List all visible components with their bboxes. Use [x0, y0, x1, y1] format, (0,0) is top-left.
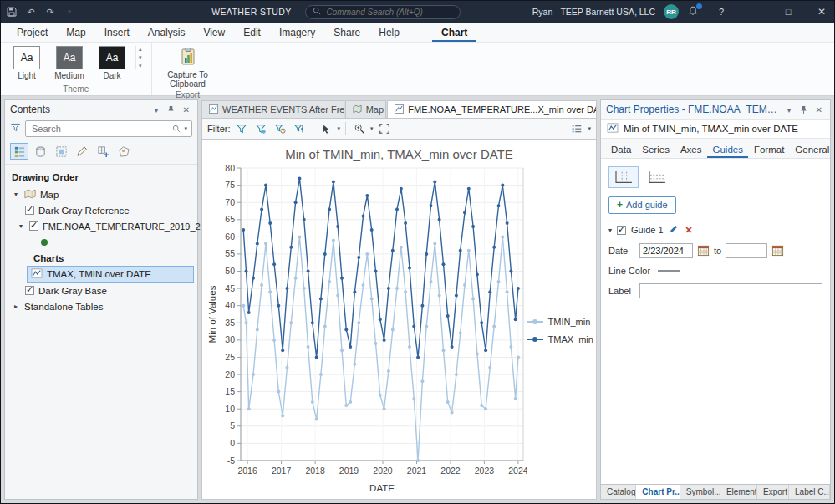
tree-item-dark-gray-base[interactable]: Dark Gray Base [5, 283, 197, 298]
filter-funnel-icon[interactable] [10, 121, 21, 136]
ribbon-tab-project[interactable]: Project [8, 24, 57, 42]
ribbon-tab-edit[interactable]: Edit [234, 24, 270, 42]
dock-tab-catalog[interactable]: Catalog [601, 485, 636, 499]
properties-close-icon[interactable]: ✕ [813, 105, 825, 115]
tree-item-map[interactable]: ▾ Map [5, 186, 197, 202]
theme-gallery-expand-button[interactable]: ▴▾▾ [135, 46, 145, 69]
ribbon-tab-analysis[interactable]: Analysis [139, 24, 195, 42]
contents-pin-icon[interactable] [165, 105, 177, 115]
horizontal-guide-type-button[interactable] [642, 166, 672, 188]
collapsed-expander-icon[interactable]: ▸ [12, 303, 20, 310]
expander-icon[interactable]: ▾ [12, 191, 20, 198]
properties-tab-axes[interactable]: Axes [675, 143, 707, 158]
tree-item-fme-layer[interactable]: ▾ FME.NOAA_TEMPERATURE_2019_2024 [5, 218, 197, 234]
theme-medium-button[interactable]: Aa Medium [50, 46, 89, 80]
maximize-button[interactable]: □ [776, 1, 801, 23]
guide-date-to-input[interactable] [726, 243, 767, 258]
guide-date-from-input[interactable] [639, 243, 693, 258]
expander-icon[interactable]: ▾ [17, 222, 25, 230]
filter-by-extent-icon[interactable] [233, 120, 250, 137]
point-symbol-swatch[interactable] [41, 239, 48, 246]
contents-search-input[interactable] [30, 123, 169, 135]
ribbon-tab-chart-active[interactable]: Chart [432, 24, 476, 42]
guide-label-input[interactable] [639, 283, 822, 298]
list-dropdown-chevron-icon[interactable]: ▾ [588, 125, 591, 132]
theme-light-button[interactable]: Aa Light [8, 46, 46, 80]
capture-to-clipboard-button[interactable]: Capture To Clipboard [159, 46, 217, 89]
command-search[interactable] [305, 5, 461, 19]
view-tab-map[interactable]: Map [345, 100, 387, 118]
delete-guide-icon[interactable]: ✕ [685, 225, 693, 236]
properties-chevron-down-icon[interactable]: ▾ [785, 105, 794, 115]
tree-item-symbol[interactable] [5, 234, 197, 250]
customize-toolbar-chevron-icon[interactable]: ▾ [64, 6, 75, 18]
legend-item-tmin[interactable]: TMIN_min [527, 317, 596, 327]
zoom-in-icon[interactable] [351, 120, 368, 137]
help-button[interactable]: ? [709, 1, 734, 23]
filter-by-range-icon[interactable] [291, 120, 308, 137]
calendar-icon[interactable] [771, 244, 784, 258]
view-tab-chart-active[interactable]: FME.NOAA_TEMPERATURE...X_min over DATE ✕ [387, 100, 597, 118]
properties-tab-format[interactable]: Format [749, 143, 789, 158]
list-by-data-source-icon[interactable] [31, 143, 49, 160]
contents-search-box[interactable]: ▾ [25, 120, 192, 137]
signed-in-user[interactable]: Ryan - TEEP Barnett USA, LLC [532, 7, 655, 17]
layer-checkbox[interactable] [25, 206, 34, 215]
notifications-bell-icon[interactable] [687, 5, 700, 18]
save-icon[interactable] [6, 6, 18, 18]
filter-by-time-icon[interactable] [272, 120, 288, 137]
vertical-guide-type-button[interactable] [608, 166, 639, 188]
layer-checkbox[interactable] [25, 286, 34, 295]
line-color-swatch[interactable] [658, 270, 680, 272]
list-by-drawing-order-icon[interactable] [10, 143, 28, 160]
ribbon-tab-map[interactable]: Map [57, 24, 94, 42]
close-button[interactable]: ✕ [809, 1, 834, 23]
avatar[interactable]: RR [664, 4, 679, 19]
list-by-selection-icon[interactable] [52, 143, 70, 160]
zoom-dropdown-chevron-icon[interactable]: ▾ [370, 125, 374, 132]
properties-pin-icon[interactable] [797, 105, 810, 115]
calendar-icon[interactable] [697, 244, 710, 258]
contents-chevron-down-icon[interactable]: ▾ [152, 105, 161, 115]
select-pointer-icon[interactable] [318, 120, 335, 137]
properties-tab-data[interactable]: Data [606, 143, 636, 158]
redo-icon[interactable]: ↷ [44, 6, 56, 18]
list-by-labeling-icon[interactable] [94, 143, 112, 160]
theme-dark-button[interactable]: Aa Dark [93, 46, 131, 80]
command-search-input[interactable] [325, 7, 453, 18]
filter-by-selection-icon[interactable] [252, 120, 269, 137]
legend-item-tmax[interactable]: TMAX_min [527, 334, 596, 344]
undo-icon[interactable]: ↶ [25, 6, 37, 18]
contents-close-icon[interactable]: ✕ [181, 105, 192, 115]
guide-enabled-checkbox[interactable] [617, 226, 626, 235]
edit-guide-pencil-icon[interactable] [669, 224, 679, 236]
ribbon-tab-view[interactable]: View [194, 24, 234, 42]
view-tab-weather-events[interactable]: WEATHER EVENTS After Freeze [201, 100, 344, 118]
dock-tab-element[interactable]: Element [720, 485, 757, 499]
properties-tab-guides-active[interactable]: Guides [707, 143, 747, 158]
guide-expander-icon[interactable]: ▾ [608, 227, 612, 234]
properties-tab-general[interactable]: General [790, 143, 834, 158]
properties-tab-series[interactable]: Series [637, 143, 675, 158]
select-dropdown-chevron-icon[interactable]: ▾ [338, 125, 341, 132]
ribbon-tab-insert[interactable]: Insert [95, 24, 139, 42]
ribbon-tab-help[interactable]: Help [369, 24, 409, 42]
search-dropdown-chevron-icon[interactable]: ▾ [184, 125, 187, 132]
tree-item-dark-gray-reference[interactable]: Dark Gray Reference [5, 202, 197, 218]
tree-item-chart-selected[interactable]: TMAX, TMIN over DATE [27, 266, 194, 283]
layer-checkbox[interactable] [29, 221, 38, 231]
chart-canvas[interactable]: -505101520253035404550556065707580201620… [206, 161, 527, 496]
chart-list-icon[interactable] [568, 120, 585, 137]
full-extent-icon[interactable] [376, 120, 393, 137]
ribbon-tab-share[interactable]: Share [324, 24, 369, 42]
list-by-editing-icon[interactable] [73, 143, 91, 160]
dock-tab-export[interactable]: Export [757, 485, 789, 499]
dock-tab-chart-properties-active[interactable]: Chart Pr... [636, 485, 680, 499]
list-by-snapping-icon[interactable] [115, 143, 133, 160]
add-guide-button[interactable]: + Add guide [608, 196, 676, 214]
dock-tab-symbology[interactable]: Symbol... [680, 485, 720, 499]
ribbon-tab-imagery[interactable]: Imagery [270, 24, 324, 42]
dock-tab-label-class[interactable]: Label C... [789, 485, 830, 499]
minimize-button[interactable]: — [742, 1, 767, 23]
tree-item-standalone-tables[interactable]: ▸ Standalone Tables [5, 298, 197, 314]
